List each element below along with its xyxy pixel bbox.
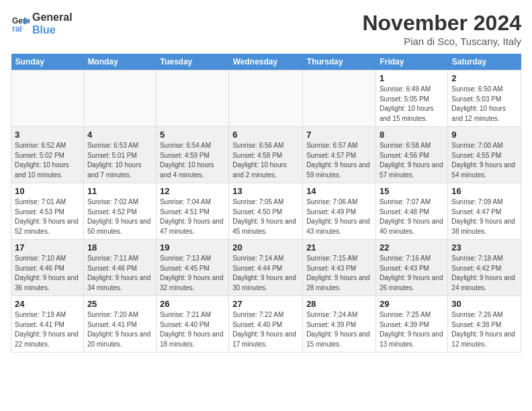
day-number: 25 [87, 299, 152, 309]
week-row-4: 17Sunrise: 7:10 AM Sunset: 4:46 PM Dayli… [11, 240, 521, 296]
day-info: Sunrise: 7:16 AM Sunset: 4:43 PM Dayligh… [380, 254, 444, 293]
day-info: Sunrise: 7:15 AM Sunset: 4:43 PM Dayligh… [306, 254, 372, 293]
header-wednesday: Wednesday [229, 54, 303, 71]
day-cell: 3Sunrise: 6:52 AM Sunset: 5:02 PM Daylig… [11, 127, 84, 183]
day-info: Sunrise: 7:04 AM Sunset: 4:51 PM Dayligh… [160, 197, 225, 236]
day-info: Sunrise: 6:56 AM Sunset: 4:58 PM Dayligh… [232, 141, 299, 180]
week-row-1: 1Sunrise: 6:49 AM Sunset: 5:05 PM Daylig… [11, 71, 521, 127]
header-friday: Friday [375, 54, 447, 71]
title-block: November 2024 Pian di Sco, Tuscany, Ital… [362, 11, 521, 47]
day-cell: 2Sunrise: 6:50 AM Sunset: 5:03 PM Daylig… [448, 71, 521, 127]
day-number: 1 [380, 73, 444, 83]
day-info: Sunrise: 6:49 AM Sunset: 5:05 PM Dayligh… [380, 85, 444, 124]
day-info: Sunrise: 7:26 AM Sunset: 4:38 PM Dayligh… [451, 310, 517, 349]
day-cell: 5Sunrise: 6:54 AM Sunset: 4:59 PM Daylig… [156, 127, 228, 183]
day-cell: 14Sunrise: 7:06 AM Sunset: 4:49 PM Dayli… [303, 183, 376, 240]
header-tuesday: Tuesday [156, 54, 228, 71]
day-cell: 26Sunrise: 7:21 AM Sunset: 4:40 PM Dayli… [156, 296, 228, 353]
day-number: 18 [87, 242, 152, 253]
day-cell: 29Sunrise: 7:25 AM Sunset: 4:39 PM Dayli… [375, 296, 447, 353]
day-info: Sunrise: 7:07 AM Sunset: 4:48 PM Dayligh… [380, 197, 444, 236]
day-number: 27 [232, 299, 299, 309]
day-number: 10 [15, 186, 80, 196]
day-cell: 16Sunrise: 7:09 AM Sunset: 4:47 PM Dayli… [448, 183, 521, 240]
day-number: 29 [380, 299, 444, 309]
page-container: Gene ral General Blue November 2024 Pian… [0, 0, 532, 359]
day-cell: 28Sunrise: 7:24 AM Sunset: 4:39 PM Dayli… [303, 296, 376, 353]
logo-text: General Blue [32, 11, 73, 36]
day-info: Sunrise: 7:18 AM Sunset: 4:42 PM Dayligh… [451, 254, 517, 293]
header-row: SundayMondayTuesdayWednesdayThursdayFrid… [11, 54, 521, 71]
day-cell: 12Sunrise: 7:04 AM Sunset: 4:51 PM Dayli… [156, 183, 228, 240]
day-number: 7 [306, 130, 372, 140]
header-sunday: Sunday [11, 54, 84, 71]
day-cell [11, 71, 84, 127]
day-cell: 25Sunrise: 7:20 AM Sunset: 4:41 PM Dayli… [83, 296, 156, 353]
month-title: November 2024 [362, 11, 521, 36]
day-number: 24 [15, 299, 80, 309]
day-number: 30 [451, 299, 517, 309]
day-cell [229, 71, 303, 127]
svg-text:ral: ral [12, 24, 22, 33]
header-thursday: Thursday [303, 54, 376, 71]
day-number: 19 [160, 242, 225, 253]
day-info: Sunrise: 7:06 AM Sunset: 4:49 PM Dayligh… [306, 197, 372, 236]
header: Gene ral General Blue November 2024 Pian… [11, 11, 521, 47]
day-number: 9 [451, 130, 517, 140]
day-cell: 7Sunrise: 6:57 AM Sunset: 4:57 PM Daylig… [303, 127, 376, 183]
day-cell: 10Sunrise: 7:01 AM Sunset: 4:53 PM Dayli… [11, 183, 84, 240]
day-cell: 23Sunrise: 7:18 AM Sunset: 4:42 PM Dayli… [448, 240, 521, 296]
day-cell: 20Sunrise: 7:14 AM Sunset: 4:44 PM Dayli… [229, 240, 303, 296]
day-cell: 21Sunrise: 7:15 AM Sunset: 4:43 PM Dayli… [303, 240, 376, 296]
day-info: Sunrise: 7:13 AM Sunset: 4:45 PM Dayligh… [160, 254, 225, 293]
day-cell: 15Sunrise: 7:07 AM Sunset: 4:48 PM Dayli… [375, 183, 447, 240]
day-info: Sunrise: 7:21 AM Sunset: 4:40 PM Dayligh… [160, 310, 225, 349]
day-cell: 30Sunrise: 7:26 AM Sunset: 4:38 PM Dayli… [448, 296, 521, 353]
day-cell [156, 71, 228, 127]
day-number: 6 [232, 130, 299, 140]
day-number: 15 [380, 186, 444, 196]
day-number: 28 [306, 299, 372, 309]
logo-icon: Gene ral [11, 14, 30, 33]
location-subtitle: Pian di Sco, Tuscany, Italy [362, 36, 521, 47]
day-info: Sunrise: 7:05 AM Sunset: 4:50 PM Dayligh… [232, 197, 299, 236]
day-info: Sunrise: 6:57 AM Sunset: 4:57 PM Dayligh… [306, 141, 372, 180]
day-cell [303, 71, 376, 127]
week-row-2: 3Sunrise: 6:52 AM Sunset: 5:02 PM Daylig… [11, 127, 521, 183]
day-number: 23 [451, 242, 517, 253]
day-cell: 6Sunrise: 6:56 AM Sunset: 4:58 PM Daylig… [229, 127, 303, 183]
day-number: 22 [380, 242, 444, 253]
week-row-3: 10Sunrise: 7:01 AM Sunset: 4:53 PM Dayli… [11, 183, 521, 240]
day-cell: 9Sunrise: 7:00 AM Sunset: 4:55 PM Daylig… [448, 127, 521, 183]
day-cell: 27Sunrise: 7:22 AM Sunset: 4:40 PM Dayli… [229, 296, 303, 353]
day-number: 5 [160, 130, 225, 140]
day-info: Sunrise: 6:54 AM Sunset: 4:59 PM Dayligh… [160, 141, 225, 180]
day-cell: 17Sunrise: 7:10 AM Sunset: 4:46 PM Dayli… [11, 240, 84, 296]
day-number: 21 [306, 242, 372, 253]
day-number: 2 [451, 73, 517, 83]
header-monday: Monday [83, 54, 156, 71]
day-info: Sunrise: 7:00 AM Sunset: 4:55 PM Dayligh… [451, 141, 517, 180]
day-cell: 1Sunrise: 6:49 AM Sunset: 5:05 PM Daylig… [375, 71, 447, 127]
day-cell [83, 71, 156, 127]
day-cell: 8Sunrise: 6:58 AM Sunset: 4:56 PM Daylig… [375, 127, 447, 183]
logo: Gene ral General Blue [11, 11, 73, 36]
day-info: Sunrise: 7:25 AM Sunset: 4:39 PM Dayligh… [380, 310, 444, 349]
day-number: 3 [15, 130, 80, 140]
day-info: Sunrise: 7:14 AM Sunset: 4:44 PM Dayligh… [232, 254, 299, 293]
day-number: 12 [160, 186, 225, 196]
day-number: 13 [232, 186, 299, 196]
day-cell: 22Sunrise: 7:16 AM Sunset: 4:43 PM Dayli… [375, 240, 447, 296]
day-number: 8 [380, 130, 444, 140]
day-number: 4 [87, 130, 152, 140]
day-number: 26 [160, 299, 225, 309]
day-number: 14 [306, 186, 372, 196]
day-number: 11 [87, 186, 152, 196]
day-info: Sunrise: 7:19 AM Sunset: 4:41 PM Dayligh… [15, 310, 80, 349]
day-info: Sunrise: 7:22 AM Sunset: 4:40 PM Dayligh… [232, 310, 299, 349]
day-info: Sunrise: 6:50 AM Sunset: 5:03 PM Dayligh… [451, 85, 517, 124]
week-row-5: 24Sunrise: 7:19 AM Sunset: 4:41 PM Dayli… [11, 296, 521, 353]
day-info: Sunrise: 7:01 AM Sunset: 4:53 PM Dayligh… [15, 197, 80, 236]
day-info: Sunrise: 7:11 AM Sunset: 4:46 PM Dayligh… [87, 254, 152, 293]
day-info: Sunrise: 6:58 AM Sunset: 4:56 PM Dayligh… [380, 141, 444, 180]
